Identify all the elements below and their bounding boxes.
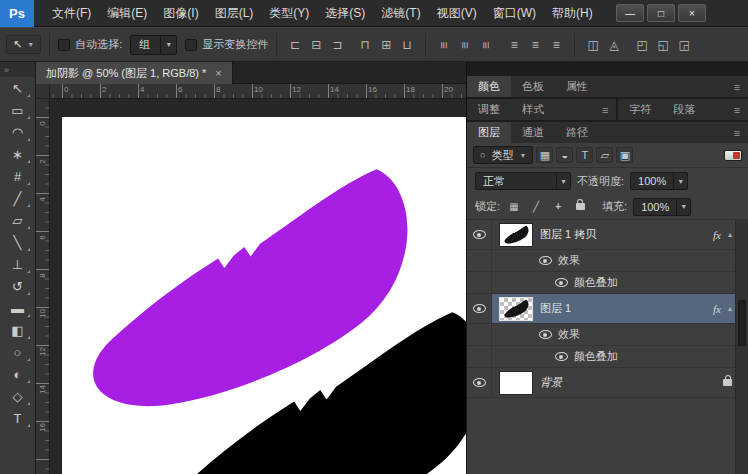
dodge-tool[interactable]: ◐ xyxy=(4,363,32,385)
distribute-bottom-edges-button[interactable]: ≡ xyxy=(476,35,496,55)
healing-brush-tool[interactable]: ▱ xyxy=(4,209,32,231)
opacity-field[interactable]: 100% ▼ xyxy=(630,172,688,190)
adjustment-layer-filter-icon[interactable]: ◒ xyxy=(556,147,573,163)
layer-filter-toggle[interactable] xyxy=(724,150,742,161)
brush-tool[interactable]: ╲ xyxy=(4,231,32,253)
distribute-top-edges-button[interactable]: ≡ xyxy=(434,35,454,55)
quick-selection-tool[interactable]: ∗ xyxy=(4,143,32,165)
lock-position-icon[interactable]: + xyxy=(550,199,566,215)
blend-mode-dropdown[interactable]: 正常 ▼ xyxy=(475,172,571,190)
effects-row[interactable]: 效果 xyxy=(467,250,748,272)
layer-row-layer1-selected[interactable]: 图层 1 fx ▴ xyxy=(467,294,748,324)
maximize-button[interactable]: □ xyxy=(647,4,675,22)
minimize-button[interactable]: — xyxy=(616,4,644,22)
align-vertical-centers-button[interactable]: ⊞ xyxy=(376,35,396,55)
gradient-tool[interactable]: ◧ xyxy=(4,319,32,341)
tab-color[interactable]: 颜色 xyxy=(467,76,511,97)
align-horizontal-centers-button[interactable]: ⊟ xyxy=(306,35,326,55)
auto-blend-layers-button[interactable]: ◬ xyxy=(604,35,624,55)
visibility-toggle[interactable] xyxy=(467,368,492,397)
panel-menu-icon[interactable]: ≡ xyxy=(726,99,748,120)
eye-icon[interactable] xyxy=(539,330,552,339)
layer-row-layer1-copy[interactable]: 图层 1 拷贝 fx ▴ xyxy=(467,220,748,250)
document-tab[interactable]: 加阴影 @ 50% (图层 1, RGB/8) * × xyxy=(36,62,233,84)
layer-filter-dropdown[interactable]: ○ 类型 ▼ xyxy=(473,146,533,164)
tab-swatches[interactable]: 色板 xyxy=(511,76,555,97)
menu-file[interactable]: 文件(F) xyxy=(44,0,99,26)
color-overlay-row[interactable]: 颜色叠加 xyxy=(467,346,748,368)
menu-view[interactable]: 视图(V) xyxy=(429,0,485,26)
blur-tool[interactable]: ○ xyxy=(4,341,32,363)
shape-layer-filter-icon[interactable]: ▱ xyxy=(596,147,613,163)
eraser-tool[interactable]: ▬ xyxy=(4,297,32,319)
eye-icon[interactable] xyxy=(555,352,568,361)
menu-image[interactable]: 图像(I) xyxy=(155,0,206,26)
layer-thumbnail[interactable] xyxy=(499,371,533,395)
vertical-ruler[interactable]: 0 2 4 6 8 10 12 14 16 xyxy=(36,99,50,474)
tab-adjustments[interactable]: 调整 xyxy=(467,99,511,120)
crop-tool[interactable]: # xyxy=(4,165,32,187)
type-layer-filter-icon[interactable]: T xyxy=(576,147,593,163)
distribute-horizontal-centers-button[interactable]: ≡ xyxy=(525,35,545,55)
pixel-layer-filter-icon[interactable]: ▦ xyxy=(536,147,553,163)
tab-paths[interactable]: 路径 xyxy=(555,122,599,143)
tool-preset-dropdown[interactable]: ↖ ▼ xyxy=(6,35,41,54)
effects-row[interactable]: 效果 xyxy=(467,324,748,346)
menu-type[interactable]: 类型(Y) xyxy=(261,0,317,26)
show-transform-checkbox[interactable] xyxy=(185,39,197,51)
align-left-edges-button[interactable]: ⊏ xyxy=(285,35,305,55)
distribute-left-edges-button[interactable]: ≡ xyxy=(504,35,524,55)
align-top-edges-button[interactable]: ⊓ xyxy=(355,35,375,55)
visibility-toggle[interactable] xyxy=(467,220,492,249)
panel-collapse-icon[interactable]: » xyxy=(0,62,35,77)
type-tool[interactable]: T xyxy=(4,407,32,429)
panel-menu-icon[interactable]: ≡ xyxy=(726,76,748,97)
tab-character[interactable]: 字符 xyxy=(618,99,662,120)
3d-mode-button-2[interactable]: ◱ xyxy=(653,35,673,55)
tab-layers[interactable]: 图层 xyxy=(467,122,511,143)
lock-transparent-pixels-icon[interactable]: ▦ xyxy=(506,199,522,215)
align-right-edges-button[interactable]: ⊐ xyxy=(327,35,347,55)
menu-edit[interactable]: 编辑(E) xyxy=(99,0,155,26)
history-brush-tool[interactable]: ↺ xyxy=(4,275,32,297)
panel-menu-icon[interactable]: ≡ xyxy=(726,122,748,143)
menu-help[interactable]: 帮助(H) xyxy=(544,0,601,26)
distribute-right-edges-button[interactable]: ≡ xyxy=(546,35,566,55)
menu-filter[interactable]: 滤镜(T) xyxy=(373,0,428,26)
menu-layer[interactable]: 图层(L) xyxy=(207,0,262,26)
clone-stamp-tool[interactable]: ⊥ xyxy=(4,253,32,275)
layers-scrollbar[interactable] xyxy=(735,220,748,474)
move-tool[interactable]: ↖ xyxy=(4,77,32,99)
visibility-toggle[interactable] xyxy=(467,294,492,323)
scrollbar-thumb[interactable] xyxy=(738,300,746,346)
tab-styles[interactable]: 样式 xyxy=(511,99,555,120)
lasso-tool[interactable]: ◠ xyxy=(4,121,32,143)
canvas[interactable] xyxy=(62,117,466,474)
tab-properties[interactable]: 属性 xyxy=(555,76,599,97)
eye-icon[interactable] xyxy=(555,278,568,287)
collapse-effects-icon[interactable]: ▴ xyxy=(728,230,732,239)
tab-channels[interactable]: 通道 xyxy=(511,122,555,143)
layer-row-background[interactable]: 背景 xyxy=(467,368,748,398)
menu-window[interactable]: 窗口(W) xyxy=(485,0,544,26)
close-tab-icon[interactable]: × xyxy=(215,67,221,79)
panel-menu-icon[interactable]: ≡ xyxy=(594,99,616,120)
auto-align-layers-button[interactable]: ◫ xyxy=(583,35,603,55)
pen-tool[interactable]: ◇ xyxy=(4,385,32,407)
3d-mode-button-1[interactable]: ◰ xyxy=(632,35,652,55)
smart-object-filter-icon[interactable]: ▣ xyxy=(616,147,633,163)
distribute-vertical-centers-button[interactable]: ≡ xyxy=(455,35,475,55)
horizontal-ruler[interactable]: 0 2 4 6 8 10 12 14 16 18 20 xyxy=(50,84,466,99)
lock-image-pixels-icon[interactable]: ╱ xyxy=(528,199,544,215)
align-bottom-edges-button[interactable]: ⊔ xyxy=(397,35,417,55)
close-button[interactable]: × xyxy=(678,4,706,22)
eyedropper-tool[interactable]: ╱ xyxy=(4,187,32,209)
collapse-effects-icon[interactable]: ▴ xyxy=(728,304,732,313)
color-overlay-row[interactable]: 颜色叠加 xyxy=(467,272,748,294)
fx-icon[interactable]: fx xyxy=(713,229,721,241)
fx-icon[interactable]: fx xyxy=(713,303,721,315)
3d-mode-button-3[interactable]: ◲ xyxy=(674,35,694,55)
fill-field[interactable]: 100% ▼ xyxy=(633,198,691,216)
marquee-tool[interactable]: ▭ xyxy=(4,99,32,121)
tab-paragraph[interactable]: 段落 xyxy=(662,99,706,120)
